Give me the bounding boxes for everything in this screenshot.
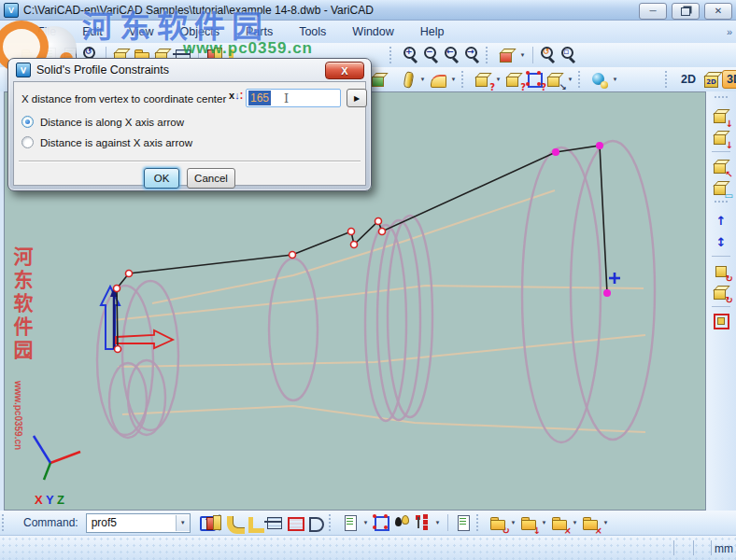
selected-text: 165 [248,91,271,105]
radio-along-label[interactable]: Distance is along X axis arrow [40,117,184,128]
solid-box-icon[interactable] [204,513,222,532]
ibeam-cursor: I [284,91,289,105]
menu-objects[interactable]: Objects [167,22,233,41]
app-icon: V [4,3,19,18]
dropdown-arrow[interactable]: ▼ [418,77,427,82]
solids-profile-constraints-dialog: V Solid's Profile Constraints X X distan… [7,58,372,191]
insert-solid-icon[interactable]: ↻ [488,513,507,532]
combo-dropdown-icon[interactable]: ▼ [176,515,190,531]
replace-solid-icon[interactable]: × [581,513,600,532]
menu-edit[interactable]: Edit [69,22,116,41]
menu-bar: File Edit View Objects Parts Tools Windo… [0,21,736,43]
next-constraint-button[interactable]: ▶ [347,89,367,107]
cancel-button[interactable]: Cancel [187,168,235,189]
svg-text:X: X [35,493,43,507]
close-button[interactable]: ✕ [704,3,732,20]
ok-button[interactable]: OK [144,168,179,189]
rotate-solid-icon[interactable]: ↻ [712,283,730,301]
switch-3d-button[interactable]: 3D [722,70,736,89]
command-combobox[interactable]: prof5 ▼ [86,513,191,533]
rotate-axes-icon[interactable]: ↕ [712,232,730,251]
solids-list-icon[interactable] [341,513,360,532]
assembly-icon[interactable] [590,70,609,89]
tree-icon[interactable] [413,513,432,532]
move-solid-icon[interactable]: ↓ [712,128,730,147]
drill-icon[interactable] [398,70,417,89]
radio-against-row[interactable]: Distance is against X axis arrow [21,136,192,148]
svg-text:Y: Y [46,493,54,507]
toolbar-grip [461,71,468,88]
dropdown-arrow[interactable]: ▼ [361,520,370,525]
dropdown-arrow[interactable]: ▼ [449,77,458,82]
save-solid-icon[interactable]: ↓ [519,513,538,532]
minimize-button[interactable]: ─ [639,3,667,20]
toolbar-grip [665,71,672,88]
dropdown-arrow[interactable]: ▼ [602,520,610,525]
delete-solid-icon[interactable]: × [550,513,569,532]
check-frame-icon[interactable]: ? [525,70,544,89]
edit-solid-icon[interactable]: ↖ [712,157,730,175]
command-bar: Command: prof5 ▼ ↑ ▼▼↻▼↓▼×▼×▼ [0,511,736,535]
toolbar-grip [476,514,483,531]
title-bar: V C:\VariCAD-en\VariCAD Samples\tutorial… [0,0,736,21]
angle-icon[interactable] [245,513,263,532]
dropdown-arrow[interactable]: ▼ [571,520,579,525]
pipe-icon[interactable] [224,513,243,532]
section-icon[interactable]: ▭ [712,178,730,197]
menu-view[interactable]: View [116,22,167,41]
bounding-box-icon[interactable] [712,312,730,330]
dropdown-arrow[interactable]: ▼ [509,520,517,525]
check-solid-icon[interactable]: ? [504,70,523,89]
dialog-icon: V [16,63,31,77]
restore-button[interactable] [672,3,700,20]
radio-along-row[interactable]: Distance is along X axis arrow [21,116,184,128]
dropdown-arrow[interactable]: ▼ [611,77,619,82]
toolbar-grip [2,514,8,531]
check-profile-icon[interactable]: ? [474,70,492,89]
radio-against-button[interactable] [21,136,34,148]
toolbar-grip [329,514,335,531]
dropdown-arrow[interactable]: ▼ [433,520,442,525]
menu-overflow-chevron[interactable]: » [727,26,732,37]
2d-3d-cube-icon[interactable] [701,70,720,89]
menu-file[interactable]: File [24,22,69,41]
menu-tools[interactable]: Tools [286,22,339,41]
dropdown-arrow[interactable]: ▼ [494,77,502,82]
check-distance-icon[interactable]: ↘ [545,70,564,89]
radio-along-button[interactable] [21,116,34,128]
view-cube-icon[interactable] [498,46,517,64]
shading-icon[interactable] [392,513,411,532]
dropdown-arrow[interactable]: ▼ [540,520,548,525]
zoom-rotate-icon[interactable]: ↺ [539,46,558,64]
window-title: C:\VariCAD-en\VariCAD Samples\tutorial\e… [23,4,374,17]
copy-solid-icon[interactable]: ↓ [712,106,730,125]
command-value[interactable]: prof5 [87,516,176,529]
extrude-icon[interactable] [265,513,284,532]
zoom-window-icon[interactable]: + [402,46,420,64]
axes-frame-icon[interactable] [372,513,390,532]
toolbar-grip [578,71,585,88]
radio-against-label[interactable]: Distance is against X axis arrow [40,137,192,148]
dialog-separator [19,161,361,161]
profile-d-icon[interactable] [306,513,325,532]
zoom-all-icon[interactable]: ▫ [559,46,578,64]
rotate-view-icon[interactable]: ↻ [712,261,730,280]
zoom-previous-icon[interactable]: ← [443,46,461,64]
dropdown-arrow[interactable]: ▼ [518,52,527,58]
zoom-next-icon[interactable]: → [463,46,482,64]
status-divider [673,540,674,555]
dropdown-arrow[interactable]: ▼ [566,77,574,82]
switch-2d-button[interactable]: 2D [677,71,700,88]
x-distance-input[interactable]: 165 I [246,89,341,107]
fillet-icon[interactable] [429,70,447,89]
menu-parts[interactable]: Parts [233,22,286,41]
profile-rect-icon[interactable] [286,513,304,532]
attributes-list-icon[interactable] [454,513,473,532]
dialog-close-button[interactable]: X [325,62,364,79]
boolean-tools-icon[interactable] [370,70,389,89]
dialog-title-bar[interactable]: V Solid's Profile Constraints [8,59,371,81]
zoom-out-icon[interactable]: − [422,46,441,64]
move-axes-icon[interactable]: ↑ [712,211,730,230]
menu-help[interactable]: Help [407,22,458,41]
menu-window[interactable]: Window [339,22,406,41]
